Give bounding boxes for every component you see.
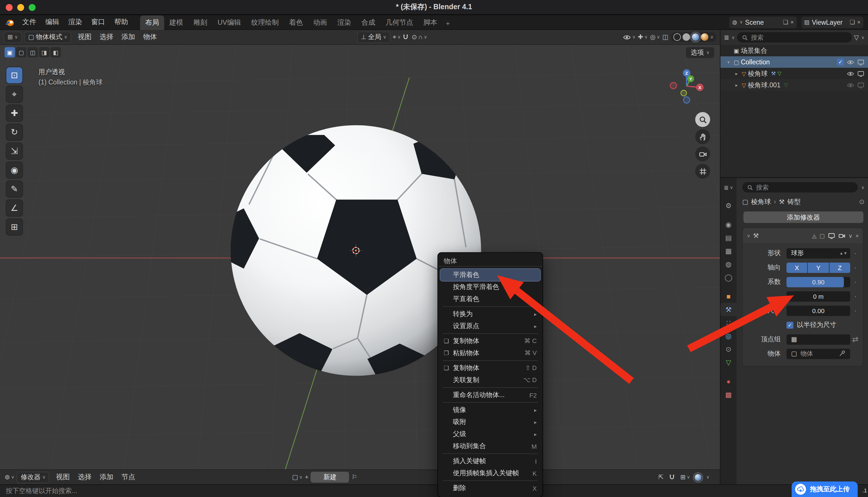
prop-tab-material[interactable]: ●: [720, 374, 737, 388]
mode-dropdown[interactable]: ▢物体模式∨: [24, 31, 72, 43]
eye-icon[interactable]: [847, 70, 854, 77]
expand-icon[interactable]: ▸: [733, 83, 740, 88]
animate-dot[interactable]: ·: [850, 292, 860, 300]
menu-item[interactable]: 平直着色: [440, 293, 540, 305]
editor-type-button[interactable]: ⊞∨: [3, 31, 22, 43]
overlays-toggle-icon[interactable]: ◎: [650, 34, 656, 40]
topbar-menu-2[interactable]: 渲染: [64, 16, 87, 28]
prop-tab-view-layer[interactable]: ▦: [720, 244, 737, 257]
editor-type-icon[interactable]: ⊚: [4, 474, 10, 480]
close-button[interactable]: [6, 4, 13, 11]
use-radius-checkbox[interactable]: ✓: [786, 322, 793, 328]
axis-z-toggle[interactable]: Z: [829, 262, 850, 273]
radius-field[interactable]: 0 m: [786, 291, 850, 301]
annotate-tool[interactable]: ✎: [6, 181, 23, 198]
viewport-menu-3[interactable]: 物体: [139, 30, 161, 44]
display-render-icon[interactable]: [838, 232, 845, 239]
eyedropper-icon[interactable]: [839, 350, 845, 358]
menu-item[interactable]: ❏复制物体⌘ C: [440, 335, 540, 347]
new-viewlayer-icon[interactable]: ❏: [850, 19, 855, 25]
prop-tab-particles[interactable]: ∷: [720, 316, 737, 329]
gizmo-toggle-icon[interactable]: ✚: [638, 34, 643, 40]
zoom-icon[interactable]: [695, 112, 710, 127]
menu-item[interactable]: 设置原点▸: [440, 320, 540, 332]
animate-dot[interactable]: ·: [850, 249, 860, 257]
axis-y-toggle[interactable]: Y: [808, 262, 829, 273]
viewport-menu-0[interactable]: 视图: [74, 30, 95, 44]
viewlayer-selector[interactable]: ▨ ViewLayer ❏ ×: [801, 16, 864, 28]
workspace-tab-3[interactable]: UV编辑: [212, 15, 246, 30]
factor-slider[interactable]: 0.90: [786, 276, 850, 287]
preview-sphere-icon[interactable]: [695, 474, 702, 481]
select-subtract-icon[interactable]: ◫: [28, 47, 38, 57]
pin-icon[interactable]: ⚐: [352, 474, 357, 480]
prop-tab-scene[interactable]: ◍: [720, 257, 737, 271]
pin-icon[interactable]: ⊙: [859, 198, 865, 206]
new-scene-icon[interactable]: ❏: [783, 19, 788, 25]
unlink-scene-icon[interactable]: ×: [791, 19, 794, 25]
outliner-row[interactable]: ▸▽棱角球⚒▽: [720, 68, 868, 79]
display-editmode-icon[interactable]: ▢: [820, 232, 825, 239]
properties-editor-icon[interactable]: ≣∨: [720, 181, 737, 194]
vertex-group-field[interactable]: ▦: [786, 334, 850, 344]
new-node-tree-button[interactable]: 新建: [311, 472, 349, 483]
upload-drop-button[interactable]: 拖拽至此上传: [792, 482, 858, 497]
shading-material-icon[interactable]: [692, 33, 699, 41]
pan-hand-icon[interactable]: [695, 129, 710, 144]
workspace-tab-2[interactable]: 雕刻: [188, 15, 212, 30]
nav-gizmo[interactable]: Z Y X: [668, 68, 705, 104]
select-invert-icon[interactable]: ◨: [39, 47, 49, 57]
close-icon[interactable]: ×: [855, 232, 859, 239]
eye-icon[interactable]: [847, 81, 854, 89]
viewport-menu-1[interactable]: 选择: [95, 30, 117, 44]
display-realtime-icon[interactable]: [828, 232, 835, 239]
breadcrumb-modifier[interactable]: 铸型: [788, 197, 800, 206]
properties-search-input[interactable]: 搜索: [742, 182, 858, 193]
outliner-row[interactable]: ▸▽棱角球.001▽: [720, 79, 868, 91]
eye-icon[interactable]: [847, 58, 854, 66]
workspace-tab-8[interactable]: 合成: [356, 15, 380, 30]
minimize-button[interactable]: [17, 4, 24, 11]
add-cube-tool[interactable]: ⊞: [6, 218, 23, 236]
menu-item[interactable]: 关联复制⌥ D: [440, 374, 540, 386]
chevron-down-icon[interactable]: ∨: [861, 185, 865, 190]
outliner-search-input[interactable]: 搜索: [737, 32, 852, 43]
outliner-editor-icon[interactable]: ≣: [724, 34, 729, 41]
shape-select[interactable]: 球形▲▼: [786, 248, 850, 258]
scene-name[interactable]: Scene: [745, 19, 781, 26]
menu-item[interactable]: 转换为▸: [440, 308, 540, 320]
proportional-edit-icon[interactable]: ⊙: [412, 34, 417, 40]
prop-tab-object[interactable]: ■: [720, 289, 737, 303]
xray-toggle-icon[interactable]: ◫: [662, 34, 668, 40]
prop-tab-physics[interactable]: ◎: [720, 329, 737, 342]
cursor-tool[interactable]: ⌖: [6, 86, 23, 103]
select-set-icon[interactable]: ▣: [4, 47, 15, 57]
shading-solid-icon[interactable]: [682, 33, 690, 41]
scene-selector[interactable]: ◍ ∨ Scene ❏ ×: [730, 16, 797, 28]
scale-tool[interactable]: ⇲: [6, 142, 23, 160]
outliner-row[interactable]: ▾▢Collection✓: [720, 56, 868, 68]
animate-dot[interactable]: ·: [850, 278, 860, 286]
menu-item[interactable]: 使用插帧集插入关键帧K: [440, 467, 540, 479]
menu-item[interactable]: 吸附▸: [440, 416, 540, 428]
grid-snap-icon[interactable]: ⊞: [680, 474, 686, 480]
magnet-icon[interactable]: [668, 473, 676, 481]
falloff-icon[interactable]: ∩: [418, 34, 423, 40]
workspace-tab-5[interactable]: 着色: [284, 15, 308, 30]
menu-item[interactable]: 删除X: [440, 482, 540, 494]
prop-tab-render[interactable]: ◉: [720, 218, 737, 231]
outliner-row[interactable]: ▣场景集合: [720, 45, 868, 56]
select-extend-icon[interactable]: ▢: [16, 47, 26, 57]
node-menu-3[interactable]: 节点: [117, 471, 139, 484]
object-field[interactable]: ▢ 物体: [786, 349, 850, 359]
topbar-menu-0[interactable]: 文件: [18, 16, 41, 28]
breadcrumb-object[interactable]: 棱角球: [751, 197, 771, 206]
shading-wireframe-icon[interactable]: [673, 33, 681, 41]
maximize-button[interactable]: [29, 4, 35, 11]
modifier-header[interactable]: ∨ ⚒ ◬ ▢ ∨ ×: [743, 228, 863, 243]
animate-dot[interactable]: ·: [850, 306, 860, 315]
move-tool[interactable]: ✚: [6, 104, 23, 122]
topbar-menu-3[interactable]: 窗口: [87, 16, 109, 28]
node-menu-2[interactable]: 添加: [95, 471, 117, 484]
prop-tab-output[interactable]: ▤: [720, 231, 737, 244]
